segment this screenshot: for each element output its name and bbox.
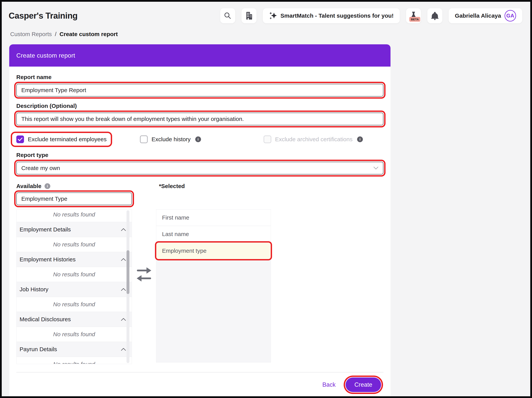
exclude-history-checkbox[interactable]: Exclude history i [140,136,201,143]
smartmatch-banner[interactable]: SmartMatch - Talent suggestions for you! [263,8,400,23]
selected-item[interactable]: First name [156,210,271,226]
no-results-row: No results found [17,267,132,282]
panel-title: Create custom report [16,52,75,59]
building-icon [245,11,253,20]
back-button[interactable]: Back [322,381,336,388]
available-search-input[interactable] [16,193,132,205]
chevron-down-icon [374,167,378,170]
no-results-row: No results found [17,327,132,342]
report-name-input[interactable] [16,84,383,97]
dual-list-picker: No results found Employment Details No r… [16,209,383,364]
no-results-row: No results found [17,297,132,312]
organisation-button[interactable] [241,8,256,23]
group-row[interactable]: Job History [17,282,132,297]
available-list-inner: No results found Employment Details No r… [17,209,132,364]
selected-item[interactable]: Last name [156,226,271,243]
info-icon[interactable]: i [44,183,50,189]
beta-badge: BETA [409,17,420,22]
footer-actions: Back Create [16,373,383,395]
picker-labels-row: Available i *Selected [16,183,383,189]
swap-arrows-icon [137,266,152,283]
chevron-up-icon [121,318,126,321]
info-icon[interactable]: i [195,137,201,142]
user-menu[interactable]: Gabriella Alicaya GA [449,8,522,23]
description-label: Description (Optional) [16,103,383,109]
sparkles-icon [269,12,277,20]
avatar: GA [505,10,516,21]
top-bar-actions: SmartMatch - Talent suggestions for you!… [220,8,522,23]
breadcrumb-separator: / [55,31,57,37]
group-row[interactable]: Employment Details [17,222,132,237]
no-results-row: No results found [17,357,132,364]
selected-list: First name Last name Employment type [156,209,271,362]
labs-button[interactable]: BETA [406,8,421,23]
no-results-row: No results found [17,237,132,252]
panel-header: Create custom report [9,44,391,67]
group-row[interactable]: Employment Histories [17,252,132,267]
report-name-label: Report name [16,74,383,81]
search-icon [224,12,232,20]
search-button[interactable] [220,8,235,23]
notifications-button[interactable] [427,8,442,23]
exclude-archived-checkbox: Exclude archived certifications i [264,136,363,143]
breadcrumb: Custom Reports / Create custom report [10,31,530,37]
group-row[interactable]: Medical Disclosures [17,312,132,327]
report-type-label: Report type [16,152,383,158]
selected-label: *Selected [159,183,185,189]
chevron-up-icon [121,288,126,291]
description-input[interactable] [16,113,383,125]
available-list: No results found Employment Details No r… [16,209,132,364]
chevron-up-icon [121,228,126,231]
panel-body: Report name Description (Optional) Exclu… [9,74,391,398]
breadcrumb-parent-link[interactable]: Custom Reports [10,31,52,37]
scrollbar-thumb[interactable] [127,250,129,294]
transfer-arrows [132,266,156,283]
info-icon[interactable]: i [357,137,363,142]
available-label: Available [16,183,41,189]
user-name: Gabriella Alicaya [455,12,501,19]
report-type-value: Create my own [21,165,60,171]
create-custom-report-panel: Create custom report Report name Descrip… [9,44,391,398]
exclusion-options-row: Exclude terminated employees Exclude his… [16,133,383,146]
group-row[interactable]: Payrun Details [17,342,132,357]
exclude-history-label: Exclude history [152,136,190,143]
no-results-row: No results found [17,209,132,222]
smartmatch-label: SmartMatch - Talent suggestions for you! [280,12,394,19]
available-search-wrap [16,193,132,205]
bell-icon [431,11,439,20]
workspace-title: Casper's Training [9,11,78,20]
checkbox-unchecked-icon [264,136,271,143]
chevron-up-icon [121,258,126,261]
checkbox-unchecked-icon [140,136,148,143]
exclude-terminated-label: Exclude terminated employees [28,136,107,143]
exclude-terminated-checkbox[interactable]: Exclude terminated employees [12,133,111,146]
checkbox-checked-icon [16,136,24,143]
top-bar: Casper's Training [2,2,530,23]
create-button[interactable]: Create [346,378,381,392]
selected-item-employment-type[interactable]: Employment type [156,243,271,259]
breadcrumb-current: Create custom report [59,31,118,37]
exclude-archived-label: Exclude archived certifications [275,136,353,143]
chevron-up-icon [121,348,126,351]
report-type-select[interactable]: Create my own [16,162,383,174]
